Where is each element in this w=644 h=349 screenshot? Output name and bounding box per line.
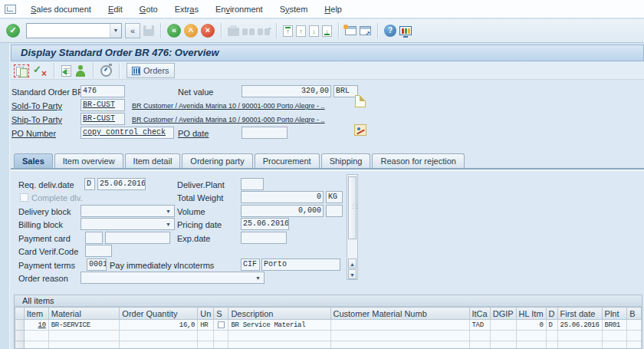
cell-hl_itm[interactable] bbox=[516, 331, 546, 341]
back-icon[interactable]: « bbox=[167, 24, 181, 38]
pricing-date-field[interactable]: 25.06.2016 bbox=[241, 218, 289, 230]
column-header-order_qty[interactable]: Order Quantity bbox=[120, 308, 198, 320]
cell-d[interactable]: D bbox=[546, 320, 557, 331]
ship-to-address[interactable]: BR Customer / Avenida Marina 10 / 90001-… bbox=[132, 114, 351, 125]
cell-dgip[interactable] bbox=[490, 331, 516, 341]
cell-item[interactable] bbox=[24, 341, 48, 349]
billing-block-combo[interactable]: ▼ bbox=[80, 218, 175, 230]
cell-un[interactable] bbox=[198, 341, 214, 349]
tab-item-detail[interactable]: Item detail bbox=[125, 153, 181, 168]
column-header-first_date[interactable]: First date bbox=[557, 308, 602, 320]
incoterms-text-field[interactable]: Porto bbox=[261, 258, 340, 271]
sold-to-field[interactable]: BR-CUST bbox=[80, 99, 125, 111]
cell-order_qty[interactable] bbox=[120, 331, 198, 341]
customize-layout-icon[interactable] bbox=[399, 26, 412, 35]
cell-s[interactable] bbox=[214, 320, 228, 331]
ship-to-label[interactable]: Ship-To Party bbox=[12, 114, 62, 125]
column-header-itca[interactable]: ItCa bbox=[469, 308, 490, 320]
payment-card-number-field[interactable] bbox=[105, 232, 170, 244]
scroll-up-icon[interactable]: ▲ bbox=[348, 258, 356, 268]
po-number-label[interactable]: PO Number bbox=[12, 128, 56, 139]
previous-page-icon[interactable]: ↑ bbox=[296, 25, 306, 37]
payment-card-type-field[interactable] bbox=[85, 232, 103, 244]
order-reason-combo[interactable]: ▼ bbox=[80, 272, 264, 284]
system-menu-icon[interactable] bbox=[5, 5, 16, 14]
tab-ordering-party[interactable]: Ordering party bbox=[182, 153, 252, 168]
cell-description[interactable] bbox=[228, 341, 330, 349]
column-header-un[interactable]: Un bbox=[198, 308, 214, 320]
status-overview-icon[interactable] bbox=[100, 65, 112, 77]
scrollbar-thumb[interactable] bbox=[348, 176, 356, 239]
cell-first_date[interactable]: 25.06.2016 bbox=[557, 320, 602, 331]
enter-icon[interactable]: ✓ bbox=[6, 24, 20, 38]
column-header-cust_mat[interactable]: Customer Material Numb bbox=[330, 308, 469, 320]
cell-order_qty[interactable] bbox=[120, 341, 198, 349]
cell-b[interactable] bbox=[627, 320, 642, 331]
deliver-plant-field[interactable] bbox=[241, 178, 264, 190]
cell-un[interactable] bbox=[198, 331, 214, 341]
create-text-icon[interactable] bbox=[355, 95, 366, 107]
cell-first_date[interactable] bbox=[557, 331, 602, 341]
tab-shipping[interactable]: Shipping bbox=[321, 153, 371, 168]
menu-goto[interactable]: Goto bbox=[131, 2, 166, 17]
menu-environment[interactable]: Environment bbox=[207, 2, 271, 17]
orders-button[interactable]: Orders bbox=[127, 63, 175, 78]
cell-itca[interactable]: TAD bbox=[469, 320, 490, 331]
column-header-s[interactable]: S bbox=[214, 308, 228, 320]
card-verif-field[interactable] bbox=[85, 245, 112, 257]
cell-description[interactable] bbox=[228, 331, 330, 341]
cell-dgip[interactable] bbox=[490, 341, 516, 349]
menu-help[interactable]: Help bbox=[316, 2, 350, 17]
exit-icon[interactable]: × bbox=[201, 24, 215, 38]
order-number-field[interactable]: 476 bbox=[80, 85, 125, 97]
cell-plnt[interactable] bbox=[602, 341, 627, 349]
cell-hl_itm[interactable]: 0 bbox=[516, 320, 546, 331]
tab-item-overview[interactable]: Item overview bbox=[54, 153, 123, 168]
sold-to-label[interactable]: Sold-To Party bbox=[12, 100, 62, 111]
row-selector[interactable] bbox=[15, 331, 25, 341]
cell-plnt[interactable] bbox=[602, 331, 627, 341]
row-selector[interactable] bbox=[15, 320, 25, 331]
cell-s[interactable] bbox=[214, 341, 228, 349]
column-header-material[interactable]: Material bbox=[48, 308, 120, 320]
cell-material[interactable] bbox=[48, 341, 120, 349]
sold-to-address[interactable]: BR Customer / Avenida Marina 10 / 90001-… bbox=[132, 100, 351, 111]
shortcut-icon[interactable] bbox=[360, 26, 371, 35]
tab-procurement[interactable]: Procurement bbox=[255, 153, 320, 168]
cell-cust_mat[interactable] bbox=[330, 320, 469, 331]
incoterms-code-field[interactable]: CIF bbox=[241, 258, 260, 271]
column-header-sel[interactable] bbox=[15, 308, 25, 320]
scroll-down-icon[interactable]: ▼ bbox=[348, 269, 356, 279]
cell-cust_mat[interactable] bbox=[330, 331, 469, 341]
command-input[interactable] bbox=[27, 24, 110, 38]
cell-itca[interactable] bbox=[469, 331, 490, 341]
menu-sales-document[interactable]: Sales document bbox=[22, 2, 100, 17]
req-deliv-date-type-field[interactable]: D bbox=[84, 178, 95, 190]
document-flow-icon[interactable] bbox=[14, 64, 29, 77]
reject-document-icon[interactable] bbox=[33, 64, 47, 77]
row-selector[interactable] bbox=[15, 341, 25, 349]
column-header-b[interactable]: B bbox=[627, 308, 642, 320]
cell-item[interactable]: 10 bbox=[24, 320, 48, 331]
column-header-dgip[interactable]: DGIP bbox=[490, 308, 516, 320]
cell-checkbox[interactable] bbox=[218, 321, 225, 328]
req-deliv-date-field[interactable]: 25.06.2016 bbox=[97, 178, 146, 190]
tab-sales[interactable]: Sales bbox=[14, 153, 53, 169]
delivery-block-combo[interactable]: ▼ bbox=[80, 205, 175, 217]
last-page-icon[interactable]: ↓ bbox=[322, 25, 332, 37]
cell-itca[interactable] bbox=[469, 341, 490, 349]
menu-edit[interactable]: Edit bbox=[100, 2, 131, 17]
po-date-label[interactable]: PO date bbox=[178, 128, 209, 139]
up-icon[interactable]: ^ bbox=[184, 24, 198, 38]
exp-date-field[interactable] bbox=[241, 232, 287, 244]
cell-b[interactable] bbox=[627, 341, 642, 349]
cell-cust_mat[interactable] bbox=[330, 341, 469, 349]
command-dropdown-icon[interactable]: ▼ bbox=[110, 24, 121, 38]
po-date-field[interactable] bbox=[242, 127, 288, 139]
cell-d[interactable] bbox=[546, 331, 557, 341]
cell-b[interactable] bbox=[627, 331, 642, 341]
cell-first_date[interactable] bbox=[557, 341, 602, 349]
cell-plnt[interactable]: BR01 bbox=[602, 320, 627, 331]
cell-material[interactable]: BR-SERVICE bbox=[48, 320, 120, 331]
column-header-item[interactable]: Item bbox=[24, 308, 48, 320]
